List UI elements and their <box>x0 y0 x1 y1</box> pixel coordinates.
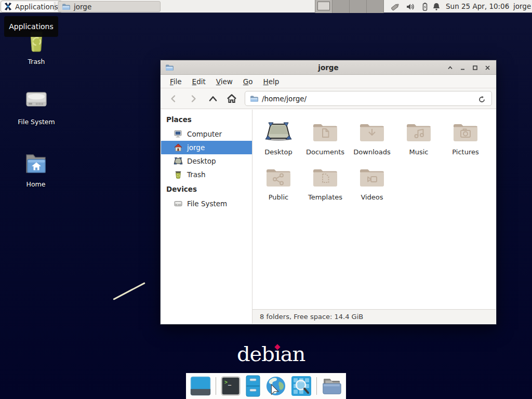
dock-folder-dock-icon[interactable] <box>321 376 342 396</box>
file-item-music[interactable]: Music <box>396 117 441 156</box>
sidebar-item-desktop[interactable]: Desktop <box>161 154 252 168</box>
logo-letter-i: ı <box>274 342 281 366</box>
panel-username[interactable]: jorge <box>513 0 531 13</box>
file-item-pictures[interactable]: Pictures <box>443 117 488 156</box>
back-button[interactable] <box>167 92 180 105</box>
file-item-documents[interactable]: Documents <box>303 117 348 156</box>
logo-text-right: an <box>281 342 305 366</box>
menu-edit[interactable]: Edit <box>187 76 211 87</box>
desktop-icon-label: File System <box>18 118 55 126</box>
taskbar-window-label: jorge <box>74 3 91 11</box>
file-view[interactable]: DesktopDocumentsDownloadsMusicPicturesPu… <box>252 110 496 324</box>
workspace-cell-3[interactable] <box>350 0 367 13</box>
desktop-icon-home[interactable]: Home <box>11 151 61 188</box>
panel-handle[interactable] <box>54 2 56 11</box>
file-item-desktop[interactable]: Desktop <box>256 117 301 156</box>
folder-public-icon <box>266 162 291 192</box>
folder-downloads-icon <box>360 117 384 147</box>
desktop-icon-file-system[interactable]: File System <box>11 87 61 126</box>
folder-documents-icon <box>313 117 338 147</box>
file-item-label: Desktop <box>264 148 292 156</box>
menu-view[interactable]: View <box>211 76 238 87</box>
file-item-label: Videos <box>361 193 383 201</box>
drive-big-icon <box>23 87 50 115</box>
statusbar-text: 8 folders, Free space: 14.4 GiB <box>260 313 363 321</box>
workspace-cell-4[interactable] <box>367 0 384 13</box>
sidebar-item-label: Desktop <box>187 157 216 165</box>
desktop-icon <box>264 117 292 147</box>
close-button[interactable] <box>484 64 491 71</box>
desktop: Applications jorge Sun 25 Apr, 10:06 jor… <box>0 0 532 399</box>
sidebar-item-label: File System <box>187 200 227 208</box>
forward-button[interactable] <box>187 92 200 105</box>
menu-help[interactable]: Help <box>258 76 285 87</box>
dock-separator <box>316 377 317 395</box>
titlebar[interactable]: jorge <box>161 60 496 75</box>
file-item-label: Music <box>409 148 429 156</box>
shade-button[interactable] <box>447 64 454 71</box>
drive-small-icon <box>174 199 183 208</box>
stylus-icon[interactable] <box>390 2 401 12</box>
file-manager-window: jorge FileEditViewGoHelp <box>160 60 497 325</box>
up-button[interactable] <box>206 92 220 105</box>
sidebar-heading-places: Places <box>161 112 252 127</box>
reload-icon[interactable] <box>476 94 487 105</box>
path-folder-icon <box>250 95 258 103</box>
maximize-button[interactable] <box>472 64 478 71</box>
workspace-cell-2[interactable] <box>332 0 350 13</box>
sidebar-item-computer[interactable]: Computer <box>161 127 252 141</box>
file-item-downloads[interactable]: Downloads <box>350 117 394 156</box>
workspace-cell-1[interactable] <box>315 0 332 13</box>
logo-text-left: deb <box>237 342 274 366</box>
sidebar-item-jorge[interactable]: jorge <box>161 141 252 154</box>
workspace-pager[interactable] <box>315 0 384 13</box>
file-item-templates[interactable]: Templates <box>303 162 348 201</box>
computer-small-icon <box>174 129 183 139</box>
bell-icon[interactable] <box>431 2 442 12</box>
battery-icon[interactable] <box>420 2 430 12</box>
home-small-icon <box>174 143 183 152</box>
taskbar-window-button[interactable]: jorge <box>58 1 161 12</box>
desktop-icon-label: Home <box>26 180 46 188</box>
desktop-icon-label: Trash <box>28 58 45 65</box>
path-text[interactable]: /home/jorge/ <box>262 95 307 103</box>
file-item-label: Public <box>269 193 288 201</box>
sidebar-item-trash[interactable]: Trash <box>161 168 252 181</box>
xfce-x-icon <box>4 2 12 11</box>
volume-icon[interactable] <box>405 2 416 12</box>
applications-tooltip: Applications <box>4 16 58 37</box>
file-item-public[interactable]: Public <box>256 162 301 201</box>
folder-icon <box>62 3 70 11</box>
sidebar: PlacesComputerjorgeDesktopTrashDevicesFi… <box>161 110 252 324</box>
dock-terminal-icon[interactable]: >_ <box>221 376 241 396</box>
panel-clock[interactable]: Sun 25 Apr, 10:06 <box>446 0 509 13</box>
svg-text:_: _ <box>228 379 232 385</box>
menu-go[interactable]: Go <box>238 76 258 87</box>
menu-file[interactable]: File <box>165 76 187 87</box>
desktop-line-artifact <box>113 282 145 300</box>
folder-music-icon <box>406 117 431 147</box>
applications-menu-label: Applications <box>15 3 58 11</box>
logo-red-diamond <box>274 344 280 350</box>
file-item-label: Templates <box>308 193 342 201</box>
sidebar-item-file-system[interactable]: File System <box>161 197 252 210</box>
workspace-window-preview <box>317 2 330 10</box>
dock-globe-icon[interactable] <box>265 376 286 396</box>
location-bar[interactable]: /home/jorge/ <box>245 91 492 106</box>
applications-menu-button[interactable]: Applications <box>1 1 62 12</box>
debian-logo: debıan <box>237 342 305 366</box>
file-item-videos[interactable]: Videos <box>350 162 394 201</box>
sidebar-item-label: Computer <box>187 130 222 138</box>
menubar: FileEditViewGoHelp <box>161 75 496 88</box>
home-big-icon <box>22 151 49 178</box>
dock: >_ <box>186 373 346 399</box>
dock-window-icon[interactable] <box>190 376 211 396</box>
minimize-button[interactable] <box>459 64 466 71</box>
svg-text:>: > <box>224 379 228 385</box>
dock-finder-icon[interactable] <box>291 376 312 396</box>
home-button[interactable] <box>225 92 238 105</box>
file-item-label: Pictures <box>452 148 478 156</box>
dock-cabinet-icon[interactable] <box>245 376 261 396</box>
sidebar-heading-devices: Devices <box>161 181 252 197</box>
sidebar-item-label: Trash <box>187 170 206 179</box>
